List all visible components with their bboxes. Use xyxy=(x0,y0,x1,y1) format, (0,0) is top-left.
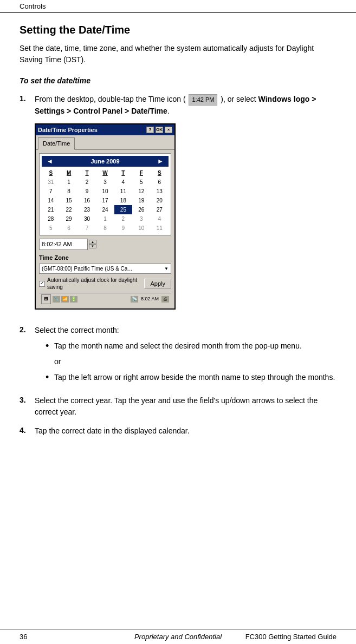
ok-button[interactable]: OK xyxy=(156,127,163,133)
intro-paragraph: Set the date, time, time zone, and wheth… xyxy=(20,43,336,65)
cal-day[interactable]: 2 xyxy=(78,178,96,187)
bullet-2-text: Tap the left arrow or right arrow beside… xyxy=(54,372,335,383)
col-thu: T xyxy=(114,168,132,178)
cal-day[interactable]: 11 xyxy=(114,187,132,196)
taskbar: ⊞ 🔧 📶 🔋 📡 8:02 AM 🖨 xyxy=(39,293,171,305)
dst-checkbox[interactable]: ✓ xyxy=(39,281,45,287)
taskbar-icon-5: 🖨 xyxy=(161,296,169,303)
cal-day[interactable]: 10 xyxy=(132,224,150,233)
dialog-title: Date/Time Properties xyxy=(38,126,98,135)
cal-day[interactable]: 30 xyxy=(78,214,96,224)
cal-row-6: 5 6 7 8 9 10 11 xyxy=(42,224,169,233)
cal-row-2: 7 8 9 10 11 12 13 xyxy=(42,187,169,196)
section-heading: To set the date/time xyxy=(20,76,336,85)
cal-day[interactable]: 14 xyxy=(42,196,60,205)
step-2-content: Select the correct month: • Tap the mont… xyxy=(35,325,336,387)
taskbar-icon-4: 📡 xyxy=(131,296,138,303)
start-button[interactable]: ⊞ xyxy=(41,294,51,304)
cal-day[interactable]: 10 xyxy=(96,187,114,196)
next-month-button[interactable]: ► xyxy=(156,157,165,165)
cal-day[interactable]: 24 xyxy=(96,205,114,214)
col-fri: F xyxy=(132,168,150,178)
time-down-button[interactable]: ▼ xyxy=(89,244,96,248)
bullet-1: • Tap the month name and select the desi… xyxy=(46,340,336,352)
cal-day[interactable]: 27 xyxy=(151,205,169,214)
cal-day[interactable]: 6 xyxy=(60,224,77,233)
cal-day[interactable]: 5 xyxy=(132,178,150,187)
step-1-content: From the desktop, double-tap the Time ic… xyxy=(35,94,336,317)
dst-row: ✓ Automatically adjust clock for dayligh… xyxy=(39,277,171,291)
cal-header-row: S M T W T F S xyxy=(42,168,169,178)
step-4-text: Tap the correct date in the displayed ca… xyxy=(35,425,336,437)
cal-day[interactable]: 17 xyxy=(96,196,114,205)
dropdown-arrow-icon: ▼ xyxy=(164,266,169,272)
step-3-content: Select the correct year. Tap the year an… xyxy=(35,395,336,418)
cal-day[interactable]: 3 xyxy=(96,178,114,187)
main-content: Setting the Date/Time Set the date, time… xyxy=(0,13,356,488)
step-1-number: 1. xyxy=(20,94,35,103)
tab-datetime[interactable]: Date/Time xyxy=(38,137,75,150)
taskbar-clock-area: 📡 8:02 AM 🖨 xyxy=(131,295,169,304)
cal-day[interactable]: 11 xyxy=(151,224,169,233)
cal-day[interactable]: 18 xyxy=(114,196,132,205)
help-button[interactable]: ? xyxy=(146,127,154,133)
timezone-dropdown[interactable]: (GMT-08:00) Pacific Time (US & Ca... ▼ xyxy=(39,264,171,274)
cal-row-1: 31 1 2 3 4 5 6 xyxy=(42,178,169,187)
cal-day[interactable]: 9 xyxy=(78,187,96,196)
step-3: 3. Select the correct year. Tap the year… xyxy=(20,395,336,418)
cal-day[interactable]: 16 xyxy=(78,196,96,205)
dialog-tabs: Date/Time xyxy=(36,135,174,150)
cal-day[interactable]: 26 xyxy=(132,205,150,214)
step-2-text: Select the correct month: xyxy=(35,325,336,336)
cal-day[interactable]: 7 xyxy=(78,224,96,233)
cal-day[interactable]: 15 xyxy=(60,196,77,205)
cal-day[interactable]: 4 xyxy=(151,214,169,224)
cal-day[interactable]: 19 xyxy=(132,196,150,205)
dst-label: Automatically adjust clock for daylight … xyxy=(47,277,142,291)
apply-button[interactable]: Apply xyxy=(144,279,171,288)
col-mon: M xyxy=(60,168,77,178)
dialog-titlebar: Date/Time Properties ? OK × xyxy=(36,124,174,136)
cal-day[interactable]: 21 xyxy=(42,205,60,214)
bullet-1-text: Tap the month name and select the desire… xyxy=(54,340,302,352)
time-up-button[interactable]: ▲ xyxy=(89,240,96,244)
cal-day[interactable]: 23 xyxy=(78,205,96,214)
step-4: 4. Tap the correct date in the displayed… xyxy=(20,425,336,437)
calendar: ◄ June 2009 ► S M T W xyxy=(39,153,171,236)
breadcrumb-text: Controls xyxy=(20,2,46,10)
cal-day[interactable]: 4 xyxy=(114,178,132,187)
cal-day[interactable]: 8 xyxy=(96,224,114,233)
taskbar-icons: 🔧 📶 🔋 xyxy=(53,296,77,303)
calendar-grid: S M T W T F S xyxy=(42,168,169,233)
cal-day[interactable]: 1 xyxy=(60,178,77,187)
step-2-bullets-2: • Tap the left arrow or right arrow besi… xyxy=(46,372,336,383)
cal-day[interactable]: 13 xyxy=(151,187,169,196)
cal-day[interactable]: 28 xyxy=(42,214,60,224)
cal-day[interactable]: 3 xyxy=(132,214,150,224)
dialog-body: ◄ June 2009 ► S M T W xyxy=(36,150,174,308)
close-button[interactable]: × xyxy=(165,127,172,133)
cal-row-4: 21 22 23 24 25 26 27 xyxy=(42,205,169,214)
time-input[interactable]: 8:02:42 AM xyxy=(39,239,88,250)
cal-day-selected[interactable]: 25 xyxy=(114,205,132,214)
cal-day[interactable]: 31 xyxy=(42,178,60,187)
cal-day[interactable]: 5 xyxy=(42,224,60,233)
footer-page-number: 36 xyxy=(20,633,27,641)
cal-day[interactable]: 22 xyxy=(60,205,77,214)
cal-day[interactable]: 12 xyxy=(132,187,150,196)
step-1: 1. From the desktop, double-tap the Time… xyxy=(20,94,336,317)
cal-day[interactable]: 9 xyxy=(114,224,132,233)
taskbar-icon-3: 🔋 xyxy=(70,296,77,303)
cal-day[interactable]: 6 xyxy=(151,178,169,187)
page-title: Setting the Date/Time xyxy=(20,24,336,36)
cal-day[interactable]: 8 xyxy=(60,187,77,196)
cal-day[interactable]: 1 xyxy=(96,214,114,224)
taskbar-clock: 8:02 AM xyxy=(139,295,160,304)
cal-day[interactable]: 7 xyxy=(42,187,60,196)
time-field-row: 8:02:42 AM ▲ ▼ xyxy=(39,239,171,250)
cal-day[interactable]: 20 xyxy=(151,196,169,205)
cal-day[interactable]: 2 xyxy=(114,214,132,224)
dialog-title-buttons: ? OK × xyxy=(146,127,172,133)
prev-month-button[interactable]: ◄ xyxy=(45,157,55,165)
cal-day[interactable]: 29 xyxy=(60,214,77,224)
